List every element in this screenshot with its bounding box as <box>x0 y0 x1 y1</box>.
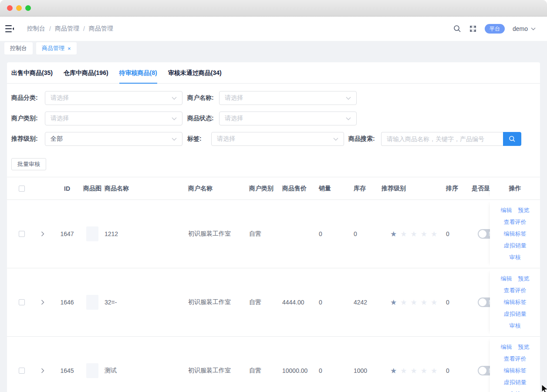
expand-row-icon[interactable] <box>41 231 44 237</box>
tab-selling-products[interactable]: 出售中商品(35) <box>11 69 53 84</box>
breadcrumb-item-console[interactable]: 控制台 <box>27 25 45 33</box>
search-icon[interactable] <box>453 25 461 33</box>
user-menu[interactable]: demo <box>513 25 536 32</box>
column-stock: 库存 <box>350 185 378 193</box>
view-reviews-link[interactable]: 查看评价 <box>504 355 527 363</box>
audit-link[interactable]: 审核 <box>510 322 521 330</box>
star-icon[interactable]: ★ <box>411 298 417 307</box>
close-window-button[interactable] <box>7 5 13 11</box>
tags-select[interactable]: 请选择 <box>211 132 344 146</box>
audit-link[interactable]: 审核 <box>510 253 521 261</box>
edit-tags-link[interactable]: 编辑标签 <box>504 298 527 306</box>
row-actions: 编辑预览 查看评价 编辑标签 虚拟销量 审核 <box>490 268 540 336</box>
merchant-type-select[interactable]: 请选择 <box>45 112 182 125</box>
select-placeholder: 请选择 <box>51 115 69 122</box>
product-name: 32=- <box>105 299 188 306</box>
star-icon-filled[interactable]: ★ <box>390 230 397 239</box>
category-select[interactable]: 请选择 <box>45 91 182 105</box>
row-checkbox[interactable] <box>19 231 25 237</box>
merchant-name-select[interactable]: 请选择 <box>219 91 357 105</box>
product-sales: 0 <box>315 367 350 374</box>
sidebar-collapse-icon[interactable] <box>5 24 15 33</box>
star-icon[interactable]: ★ <box>431 230 437 239</box>
toggle-knob <box>479 367 486 375</box>
main-content-card: 出售中商品(35) 仓库中商品(196) 待审核商品(8) 审核未通过商品(34… <box>7 62 540 392</box>
column-merchant-type: 商户类别 <box>249 185 279 193</box>
tab-pending-audit-products[interactable]: 待审核商品(8) <box>119 69 157 84</box>
product-id: 1645 <box>54 367 80 374</box>
virtual-sales-link[interactable]: 虚拟销量 <box>504 242 527 250</box>
breadcrumb: 控制台 / 商品管理 / 商品管理 <box>27 25 113 33</box>
star-icon[interactable]: ★ <box>411 366 417 375</box>
virtual-sales-link[interactable]: 虚拟销量 <box>504 378 527 386</box>
product-id: 1646 <box>54 299 80 306</box>
product-price: 4444.00 <box>279 299 315 306</box>
recommend-rating: ★★★★★ <box>390 366 441 375</box>
edit-link[interactable]: 编辑 <box>501 206 512 214</box>
row-checkbox[interactable] <box>19 368 25 374</box>
preview-link[interactable]: 预览 <box>518 206 530 214</box>
platform-badge: 平台 <box>485 24 505 34</box>
star-icon[interactable]: ★ <box>411 230 417 239</box>
expand-row-icon[interactable] <box>41 368 44 373</box>
tags-label: 标签: <box>187 135 211 143</box>
recommend-level-select[interactable]: 全部 <box>45 132 182 146</box>
expand-row-icon[interactable] <box>41 300 44 305</box>
close-icon[interactable]: × <box>68 46 71 51</box>
chevron-down-icon <box>346 97 351 100</box>
star-icon[interactable]: ★ <box>431 366 437 375</box>
merchant-type: 自营 <box>249 367 279 375</box>
column-sales: 销量 <box>315 185 350 193</box>
chevron-down-icon <box>172 97 177 100</box>
view-reviews-link[interactable]: 查看评价 <box>504 287 527 294</box>
star-icon-filled[interactable]: ★ <box>390 298 397 307</box>
view-reviews-link[interactable]: 查看评价 <box>504 218 527 226</box>
product-search-label: 商品搜索: <box>348 135 381 143</box>
audit-link[interactable]: 审核 <box>510 390 521 392</box>
select-all-checkbox[interactable] <box>19 186 25 192</box>
table-row: 1645 测试 初识服装工作室 自营 10000.00 0 1000 ★★★★★… <box>7 337 540 392</box>
table-row: 1646 32=- 初识服装工作室 自营 4444.00 0 4242 ★★★★… <box>7 268 540 337</box>
product-search-input[interactable] <box>381 132 503 146</box>
tab-warehouse-products[interactable]: 仓库中商品(196) <box>64 69 108 84</box>
row-actions: 编辑预览 查看评价 编辑标签 虚拟销量 审核 <box>490 200 540 268</box>
tab-label: 商品管理 <box>42 44 64 52</box>
tab-product-management[interactable]: 商品管理 × <box>36 42 77 54</box>
breadcrumb-separator: / <box>83 25 85 32</box>
select-placeholder: 请选择 <box>217 135 235 143</box>
preview-link[interactable]: 预览 <box>518 275 530 283</box>
bulk-audit-button[interactable]: 批量审核 <box>11 158 46 170</box>
navbar-actions: 平台 demo <box>453 24 536 34</box>
product-status-select[interactable]: 请选择 <box>219 112 357 125</box>
breadcrumb-item-product-mgmt[interactable]: 商品管理 <box>55 25 79 33</box>
star-icon[interactable]: ★ <box>421 230 427 239</box>
star-icon[interactable]: ★ <box>421 298 427 307</box>
virtual-sales-link[interactable]: 虚拟销量 <box>504 310 527 318</box>
edit-link[interactable]: 编辑 <box>501 275 512 283</box>
star-icon[interactable]: ★ <box>431 298 437 307</box>
category-label: 商品分类: <box>11 94 45 102</box>
search-button[interactable] <box>503 132 521 146</box>
mouse-cursor <box>541 384 547 392</box>
zoom-window-button[interactable] <box>25 5 31 11</box>
edit-tags-link[interactable]: 编辑标签 <box>504 367 527 375</box>
star-icon[interactable]: ★ <box>421 366 427 375</box>
star-icon[interactable]: ★ <box>400 366 407 375</box>
star-icon[interactable]: ★ <box>400 230 407 239</box>
tab-rejected-products[interactable]: 审核未通过商品(34) <box>168 69 222 84</box>
star-icon[interactable]: ★ <box>400 298 407 307</box>
product-image-placeholder <box>86 363 98 378</box>
select-value: 全部 <box>51 135 63 143</box>
chevron-down-icon <box>333 138 338 141</box>
minimize-window-button[interactable] <box>16 5 22 11</box>
preview-link[interactable]: 预览 <box>518 343 530 351</box>
edit-tags-link[interactable]: 编辑标签 <box>504 230 527 238</box>
tab-console[interactable]: 控制台 <box>4 42 33 54</box>
edit-link[interactable]: 编辑 <box>501 343 512 351</box>
star-icon-filled[interactable]: ★ <box>390 366 397 375</box>
row-checkbox[interactable] <box>19 299 25 305</box>
column-image: 商品图 <box>80 185 105 193</box>
product-status-label: 商品状态: <box>187 115 219 122</box>
fullscreen-icon[interactable] <box>469 25 477 33</box>
breadcrumb-item-current: 商品管理 <box>89 25 113 33</box>
